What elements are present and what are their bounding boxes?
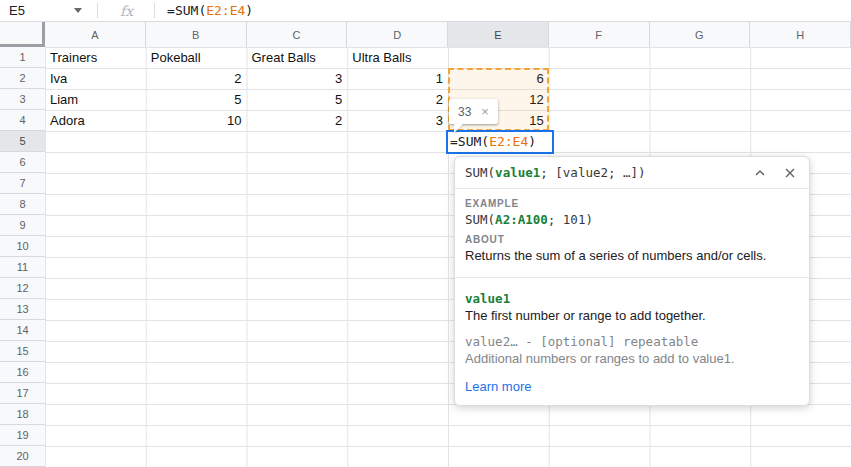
edit-formula-prefix: =SUM(: [450, 134, 489, 149]
row-header-4[interactable]: 4: [0, 110, 45, 131]
signature-prefix: SUM(: [465, 165, 495, 180]
row-header-17[interactable]: 17: [0, 383, 45, 404]
row-header-6[interactable]: 6: [0, 152, 45, 173]
cell-A2[interactable]: Iva: [45, 68, 146, 89]
row-header-16[interactable]: 16: [0, 362, 45, 383]
spreadsheet-app: E5 fx =SUM(E2:E4) ABCDEFGH12345678910111…: [0, 0, 851, 467]
result-preview-close-icon[interactable]: ×: [481, 105, 489, 118]
name-box-value: E5: [9, 3, 25, 18]
row-header-19[interactable]: 19: [0, 425, 45, 446]
row-header-12[interactable]: 12: [0, 278, 45, 299]
cell-B2[interactable]: 2: [146, 68, 247, 89]
row-header-9[interactable]: 9: [0, 215, 45, 236]
column-header-C[interactable]: C: [247, 22, 348, 47]
row-header-2[interactable]: 2: [0, 68, 45, 89]
example-suffix: ; 101): [548, 212, 593, 227]
example-label: EXAMPLE: [465, 198, 799, 209]
select-all-corner[interactable]: [0, 22, 45, 47]
signature-suffix: ; [value2; …]): [540, 165, 645, 180]
formula-prefix: =SUM(: [167, 3, 206, 18]
row-header-10[interactable]: 10: [0, 236, 45, 257]
collapse-chevron-up-icon[interactable]: [753, 166, 767, 180]
column-header-G[interactable]: G: [650, 22, 751, 47]
cell-A4[interactable]: Adora: [45, 110, 146, 131]
edit-formula-suffix: ): [528, 134, 536, 149]
formula-bar: E5 fx =SUM(E2:E4): [0, 0, 851, 22]
function-signature: SUM(value1; [value2; …]): [465, 165, 737, 180]
row-header-8[interactable]: 8: [0, 194, 45, 215]
edit-formula-range: E2:E4: [489, 134, 528, 149]
cell-B4[interactable]: 10: [146, 110, 247, 131]
cell-B1[interactable]: Pokeball: [146, 47, 247, 68]
learn-more-link[interactable]: Learn more: [465, 379, 531, 394]
cell-D1[interactable]: Ultra Balls: [347, 47, 448, 68]
row-header-5[interactable]: 5: [0, 131, 45, 152]
cell-E2[interactable]: 6: [448, 68, 549, 89]
cell-D2[interactable]: 1: [347, 68, 448, 89]
cell-C1[interactable]: Great Balls: [247, 47, 348, 68]
row-header-18[interactable]: 18: [0, 404, 45, 425]
cell-A3[interactable]: Liam: [45, 89, 146, 110]
cell-D3[interactable]: 2: [347, 89, 448, 110]
formula-bar-divider: [97, 3, 98, 18]
cell-B3[interactable]: 5: [146, 89, 247, 110]
row-header-13[interactable]: 13: [0, 299, 45, 320]
function-help-body: EXAMPLE SUM(A2:A100; 101) ABOUT Returns …: [455, 189, 809, 395]
close-icon[interactable]: [783, 166, 797, 180]
column-header-D[interactable]: D: [347, 22, 448, 47]
example-code: SUM(A2:A100; 101): [465, 212, 799, 227]
function-help-popup: SUM(value1; [value2; …]) EXAMPLE SUM(A2:…: [454, 156, 810, 406]
row-header-1[interactable]: 1: [0, 47, 45, 68]
row-header-20[interactable]: 20: [0, 446, 45, 467]
row-header-14[interactable]: 14: [0, 320, 45, 341]
name-box[interactable]: E5: [0, 0, 97, 21]
arg1-description: The first number or range to add togethe…: [465, 308, 799, 323]
fx-icon: fx: [120, 3, 133, 19]
arg2-signature: value2… - [optional] repeatable: [465, 334, 799, 349]
formula-input[interactable]: =SUM(E2:E4): [167, 3, 253, 18]
cell-C2[interactable]: 3: [247, 68, 348, 89]
column-header-B[interactable]: B: [146, 22, 247, 47]
row-header-7[interactable]: 7: [0, 173, 45, 194]
formula-range-reference: E2:E4: [206, 3, 245, 18]
formula-result-preview: 33 ×: [449, 99, 498, 124]
row-header-3[interactable]: 3: [0, 89, 45, 110]
cell-C3[interactable]: 5: [247, 89, 348, 110]
formula-bar-divider: [154, 3, 155, 18]
arg2-description: Additional numbers or ranges to add to v…: [465, 351, 799, 366]
row-header-15[interactable]: 15: [0, 341, 45, 362]
cell-D4[interactable]: 3: [347, 110, 448, 131]
result-preview-caret: [454, 124, 463, 133]
arg1-name: value1: [465, 291, 799, 306]
cell-C4[interactable]: 2: [247, 110, 348, 131]
result-preview-value: 33: [458, 105, 471, 119]
column-header-H[interactable]: H: [750, 22, 851, 47]
function-help-header: SUM(value1; [value2; …]): [455, 157, 809, 189]
cell-A1[interactable]: Trainers: [45, 47, 146, 68]
example-range: A2:A100: [495, 212, 548, 227]
row-header-11[interactable]: 11: [0, 257, 45, 278]
formula-suffix: ): [245, 3, 253, 18]
about-label: ABOUT: [465, 234, 799, 245]
column-header-E[interactable]: E: [448, 22, 549, 47]
about-text: Returns the sum of a series of numbers a…: [465, 248, 799, 264]
signature-arg1: value1: [495, 165, 540, 180]
name-box-dropdown-icon[interactable]: [74, 8, 82, 13]
popup-divider: [455, 277, 809, 278]
column-header-F[interactable]: F: [549, 22, 650, 47]
column-header-A[interactable]: A: [45, 22, 146, 47]
example-prefix: SUM(: [465, 212, 495, 227]
edit-cell-e5[interactable]: =SUM(E2:E4): [446, 130, 554, 154]
